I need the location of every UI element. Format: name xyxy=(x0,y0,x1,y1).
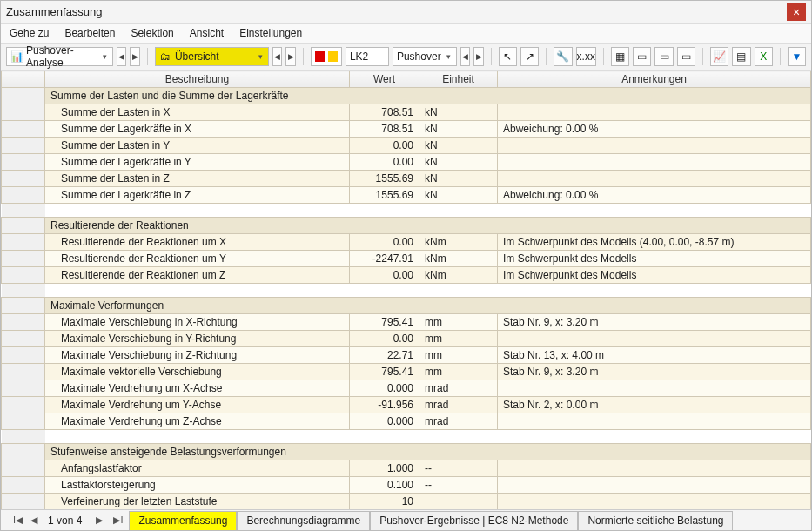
cell-note xyxy=(498,380,811,397)
table-row[interactable]: Summe der Lasten in Y0.00kN xyxy=(2,138,811,154)
cell-note: Abweichung: 0.00 % xyxy=(498,121,811,138)
table-row[interactable]: Summe der Lagerkräfte in X708.51kNAbweic… xyxy=(2,121,811,138)
cell-value: 0.00 xyxy=(350,267,419,284)
tool-icon-4[interactable]: x.xx xyxy=(576,47,596,66)
table-row[interactable]: Maximale Verschiebung in Y-Richtung0.00m… xyxy=(2,331,811,347)
page-first-button[interactable]: I◀ xyxy=(8,514,22,527)
col-blank xyxy=(2,71,45,88)
table-row[interactable]: Summe der Lasten in Z1555.69kN xyxy=(2,171,811,187)
section-title: Summe der Lasten und die Summe der Lager… xyxy=(45,88,811,104)
cell-value: 795.41 xyxy=(350,314,419,331)
cell-desc: Resultierende der Reaktionen um X xyxy=(45,234,350,251)
view-next-button[interactable]: ▶ xyxy=(285,47,296,66)
footer-tab[interactable]: Zusammenfassung xyxy=(129,511,237,530)
cell-unit: mm xyxy=(419,347,498,364)
results-grid[interactable]: Beschreibung Wert Einheit Anmerkungen Su… xyxy=(1,71,811,509)
separator xyxy=(147,48,148,65)
tool-icon-panel1[interactable]: ▦ xyxy=(611,47,629,66)
view-dropdown[interactable]: 🗂 Übersicht ▾ xyxy=(155,47,269,66)
footer-tabs: ZusammenfassungBerechnungsdiagrammePusho… xyxy=(129,510,733,530)
cell-unit: kN xyxy=(419,121,498,138)
cell-note xyxy=(498,460,811,477)
load-next-button[interactable]: ▶ xyxy=(473,47,484,66)
table-row[interactable]: Maximale Verschiebung in X-Richtung795.4… xyxy=(2,314,811,331)
lc-label[interactable]: LK2 xyxy=(346,47,389,66)
cell-unit: mrad xyxy=(419,397,498,413)
chevron-down-icon: ▾ xyxy=(445,52,453,61)
analysis-next-button[interactable]: ▶ xyxy=(130,47,140,66)
table-row[interactable]: Resultierende der Reaktionen um Z0.00kNm… xyxy=(2,267,811,284)
footer-tab[interactable]: Berechnungsdiagramme xyxy=(237,511,370,530)
separator xyxy=(780,48,781,65)
table-row[interactable]: Summe der Lagerkräfte in Z1555.69kNAbwei… xyxy=(2,187,811,204)
table-row[interactable]: Maximale Verdrehung um Z-Achse0.000mrad xyxy=(2,413,811,430)
page-nav: I◀ ◀ 1 von 4 ▶ ▶I xyxy=(1,514,129,527)
table-row[interactable]: Maximale Verdrehung um Y-Achse-91.956mra… xyxy=(2,397,811,413)
footer-tab[interactable]: Normierte seitliche Belastung xyxy=(578,511,733,530)
cell-note: Im Schwerpunkt des Modells xyxy=(498,267,811,284)
page-last-button[interactable]: ▶I xyxy=(108,514,122,527)
color-swatches[interactable] xyxy=(311,47,342,66)
menu-view[interactable]: Ansicht xyxy=(190,27,224,39)
cell-note xyxy=(498,413,811,430)
menu-selection[interactable]: Selektion xyxy=(131,27,173,39)
analysis-prev-button[interactable]: ◀ xyxy=(117,47,127,66)
tool-icon-filter[interactable]: ▼ xyxy=(788,47,806,66)
load-dropdown[interactable]: Pushover ▾ xyxy=(393,47,457,66)
table-row[interactable]: Anfangslastfaktor1.000-- xyxy=(2,460,811,477)
cell-unit: kN xyxy=(419,104,498,121)
cell-desc: Summe der Lagerkräfte in Z xyxy=(45,187,350,204)
cell-unit: mrad xyxy=(419,413,498,430)
cell-note: Stab Nr. 9, x: 3.20 m xyxy=(498,314,811,331)
tool-icon-1[interactable]: ↖ xyxy=(499,47,517,66)
page-label: 1 von 4 xyxy=(48,514,82,527)
cell-unit: kNm xyxy=(419,251,498,267)
cell-value: 708.51 xyxy=(350,104,419,121)
table-row[interactable]: Maximale Verdrehung um X-Achse0.000mrad xyxy=(2,380,811,397)
tool-icon-panel3[interactable]: ▭ xyxy=(654,47,673,66)
view-prev-button[interactable]: ◀ xyxy=(272,47,283,66)
tool-icon-chart[interactable]: 📈 xyxy=(710,47,728,66)
section-title: Maximale Verformungen xyxy=(45,298,811,314)
page-next-button[interactable]: ▶ xyxy=(91,514,104,527)
cell-desc: Summe der Lagerkräfte in Y xyxy=(45,154,350,171)
cell-unit: kNm xyxy=(419,234,498,251)
table-row[interactable]: Summe der Lagerkräfte in Y0.00kN xyxy=(2,154,811,171)
page-prev-button[interactable]: ◀ xyxy=(25,514,39,527)
table-row[interactable]: Lastfaktorsteigerung0.100-- xyxy=(2,477,811,494)
swatch-yellow xyxy=(328,51,338,62)
footer-tab[interactable]: Pushover-Ergebnisse | EC8 N2-Methode xyxy=(370,511,578,530)
tool-icon-table[interactable]: ▤ xyxy=(732,47,750,66)
menu-goto[interactable]: Gehe zu xyxy=(10,27,49,39)
chevron-down-icon: ▾ xyxy=(101,52,109,61)
separator xyxy=(546,48,547,65)
cell-value: 10 xyxy=(350,494,419,510)
separator xyxy=(603,48,604,65)
cell-desc: Summe der Lasten in Z xyxy=(45,171,350,187)
table-row[interactable]: Maximale Verschiebung in Z-Richtung22.71… xyxy=(2,347,811,364)
load-prev-button[interactable]: ◀ xyxy=(460,47,471,66)
tool-icon-excel[interactable]: X xyxy=(755,47,773,66)
table-row[interactable]: Verfeinerung der letzten Laststufe10 xyxy=(2,494,811,510)
cell-value: 0.00 xyxy=(350,331,419,347)
menu-bar: Gehe zu Bearbeiten Selektion Ansicht Ein… xyxy=(1,24,811,44)
tool-icon-2[interactable]: ↗ xyxy=(520,47,539,66)
tool-icon-3[interactable]: 🔧 xyxy=(554,47,572,66)
close-icon: × xyxy=(793,5,800,19)
cell-note xyxy=(498,138,811,154)
cell-unit: mm xyxy=(419,364,498,380)
table-row[interactable]: Maximale vektorielle Verschiebung795.41m… xyxy=(2,364,811,380)
close-button[interactable]: × xyxy=(787,3,806,21)
tool-icon-panel4[interactable]: ▭ xyxy=(677,47,695,66)
analysis-dropdown[interactable]: 📊 Pushover-Analyse ▾ xyxy=(6,47,113,66)
cell-value: 0.00 xyxy=(350,154,419,171)
table-row[interactable]: Resultierende der Reaktionen um X0.00kNm… xyxy=(2,234,811,251)
cell-note: Im Schwerpunkt des Modells (4.00, 0.00, … xyxy=(498,234,811,251)
overview-icon: 🗂 xyxy=(159,50,171,63)
table-row[interactable]: Summe der Lasten in X708.51kN xyxy=(2,104,811,121)
menu-edit[interactable]: Bearbeiten xyxy=(64,27,115,39)
table-row[interactable]: Resultierende der Reaktionen um Y-2247.9… xyxy=(2,251,811,267)
menu-settings[interactable]: Einstellungen xyxy=(239,27,302,39)
tool-icon-panel2[interactable]: ▭ xyxy=(633,47,651,66)
cell-value: 0.000 xyxy=(350,413,419,430)
